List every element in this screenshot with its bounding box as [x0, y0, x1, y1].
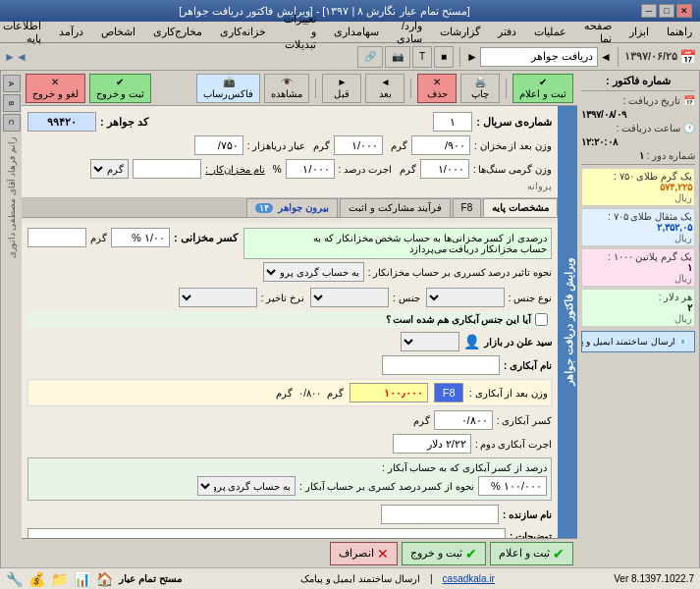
- percent-input[interactable]: [286, 159, 335, 179]
- percent-abkari-select[interactable]: به حساب گردی پرو: [197, 476, 296, 496]
- kassir-gram-input[interactable]: [27, 228, 86, 247]
- tab-process[interactable]: فرآیند مشارکت و اثبت: [340, 198, 450, 217]
- right-info-panel: شماره فاکتور : 📅 تاریخ دریافت : ۱۳۹۷/۰۸/…: [577, 71, 700, 567]
- kassir-drop-select[interactable]: به حساب گردی پرو: [263, 262, 364, 282]
- menu-expenses[interactable]: مخارج‌کاری: [149, 25, 206, 39]
- nav-icon: ◄►: [4, 50, 27, 64]
- weight-abkari-value-input[interactable]: [350, 383, 428, 402]
- tab-jewel-out[interactable]: بیرون جواهر ۱۴: [246, 198, 339, 217]
- menu-treasury[interactable]: خزانه‌کاری: [216, 25, 270, 39]
- name-input[interactable]: [133, 159, 201, 179]
- factor-number-title: شماره فاکتور :: [581, 75, 695, 91]
- close-btn[interactable]: ✕: [676, 4, 692, 18]
- abkari-checkbox[interactable]: [535, 313, 548, 326]
- kassir-value-input[interactable]: [111, 228, 170, 247]
- sex2-select[interactable]: [310, 288, 389, 307]
- kassir-gram-label: گرم: [90, 233, 107, 243]
- arrow-left-icon: ►: [466, 50, 478, 64]
- abkari-name-input[interactable]: [382, 355, 500, 375]
- menu-import[interactable]: وارد/سادی: [393, 19, 426, 46]
- minimize-btn[interactable]: ─: [641, 4, 657, 18]
- weight-sang-input[interactable]: [420, 159, 469, 179]
- dollar-label: هر دلار :: [584, 292, 692, 302]
- save-exit-btn-top[interactable]: ✔ ثبت و خروج: [89, 74, 152, 103]
- ajr-abkari-input[interactable]: [393, 434, 471, 454]
- menu-reports[interactable]: گزارشات: [436, 25, 484, 39]
- note-textarea[interactable]: [27, 528, 506, 538]
- menu-view[interactable]: صفحه نما: [580, 19, 616, 46]
- menu-baseinfo[interactable]: اطلاعات پایه: [0, 19, 45, 46]
- bottom-bar: ✔ ثبت و اعلام ✔ ثبت و خروج ✕ انصراف: [22, 538, 577, 567]
- next-btn[interactable]: ◄ بعد: [365, 74, 404, 103]
- menu-ledger[interactable]: دفتر: [494, 25, 520, 39]
- search-input[interactable]: [480, 47, 598, 67]
- kassir-note: درصدی از کسر مخزانی‌ها به حساب شخص مخزان…: [313, 233, 547, 254]
- dollar-value: ۲: [584, 302, 692, 313]
- weight-gram-input[interactable]: [334, 135, 383, 155]
- percent-abkari-input[interactable]: [478, 476, 547, 496]
- sidebar-btn-3[interactable]: C: [3, 114, 21, 132]
- tax-select[interactable]: [179, 288, 257, 307]
- prev-btn[interactable]: ► قبل: [322, 74, 361, 103]
- toolbar-new-btn[interactable]: ■: [434, 46, 454, 68]
- app-name-label: مستح تمام عیار: [119, 573, 182, 584]
- weight-abkari-f8-input[interactable]: [434, 383, 463, 402]
- email-icon: 📧: [677, 337, 688, 347]
- kassir-label: کسر مخزانی :: [174, 232, 238, 244]
- email-sms-btn[interactable]: 📧 ارسال ساختمند ایمیل و پیامک: [581, 331, 695, 352]
- save-exit-btn-bottom[interactable]: ✔ ثبت و خروج: [402, 542, 486, 565]
- menu-income[interactable]: درآمد: [55, 25, 87, 39]
- taskbar-icon-3[interactable]: 📁: [51, 571, 68, 587]
- menu-help[interactable]: راهنما: [663, 25, 696, 39]
- menu-ops[interactable]: عملیات: [530, 25, 570, 39]
- taskbar-icon-5[interactable]: 🔧: [6, 571, 23, 587]
- door-value: ۱: [639, 150, 644, 161]
- menu-persons[interactable]: اشخاص: [97, 25, 139, 39]
- date-display: ۱۳۹۷/۰۶/۲۵: [624, 50, 677, 63]
- taskbar-icon-2[interactable]: 📊: [74, 571, 90, 587]
- manuf-label: نام سازنده :: [503, 509, 552, 520]
- kassir-drop-label: نحوه تاثیر درصد کسرری بر حساب مخزانکار :: [368, 267, 552, 278]
- exit-btn-top[interactable]: ✕ لغو و خروج: [26, 74, 85, 103]
- toolbar-edit-btn[interactable]: T: [412, 46, 432, 68]
- weight-after-label: وزن بعد از مخزان :: [474, 140, 552, 151]
- delete-btn[interactable]: ✕ حذف: [417, 74, 457, 103]
- cancel-btn-bottom[interactable]: ✕ انصراف: [330, 542, 398, 565]
- sms-label: ارسال ساختمند ایمیل و پیامک: [300, 573, 420, 584]
- tab-base-info[interactable]: مشخصات پایه: [483, 198, 558, 217]
- website-label: casadkala.ir: [443, 573, 495, 584]
- view-btn[interactable]: 👁️ مشاهده: [264, 74, 309, 103]
- kassir-abkari-label: کسر آبکاری :: [497, 415, 552, 426]
- sex-label: نوع جنس :: [509, 293, 552, 303]
- price-input[interactable]: [194, 135, 243, 155]
- toolbar-img-btn[interactable]: 📷: [385, 46, 410, 68]
- person-icon: 👤: [463, 334, 480, 349]
- check-green-icon: ✔: [553, 546, 565, 562]
- tab-f8[interactable]: F8: [453, 198, 482, 217]
- weight-after-input[interactable]: [411, 135, 470, 155]
- next-icon: ◄: [380, 77, 390, 87]
- market-select[interactable]: [401, 332, 459, 351]
- taskbar-icon-1[interactable]: 🏠: [96, 571, 113, 587]
- toolbar-link-btn[interactable]: 🔗: [357, 46, 383, 68]
- exit-icon: ✕: [51, 77, 59, 87]
- fax-btn[interactable]: 📠 فاکس‌رساب: [196, 74, 260, 103]
- maximize-btn[interactable]: □: [659, 4, 674, 18]
- print-btn[interactable]: 🖨️ چاپ: [460, 74, 500, 103]
- taskbar-icon-4[interactable]: 💰: [28, 571, 45, 587]
- tab-count-badge: ۱۴: [255, 203, 273, 213]
- sidebar-btn-2[interactable]: B: [3, 94, 21, 112]
- door-label: شماره دور :: [647, 150, 695, 161]
- serial-input[interactable]: [433, 112, 472, 132]
- name-select[interactable]: گرم: [90, 159, 129, 179]
- save-announce-btn-top[interactable]: ✔ ثبت و اعلام: [512, 74, 573, 103]
- sidebar-btn-1[interactable]: A: [3, 75, 21, 92]
- menu-shareholders[interactable]: سهامداری: [330, 25, 383, 39]
- menu-tools[interactable]: ابزار: [625, 25, 653, 39]
- manuf-input[interactable]: [381, 505, 499, 524]
- code-jewel-input[interactable]: [27, 112, 96, 132]
- save-announce-btn-bottom[interactable]: ✔ ثبت و اعلام: [490, 542, 573, 565]
- sex-select[interactable]: [426, 288, 505, 307]
- serial-label: شماره‌ی سریال :: [476, 116, 552, 129]
- kassir-abkari-input[interactable]: [434, 410, 493, 430]
